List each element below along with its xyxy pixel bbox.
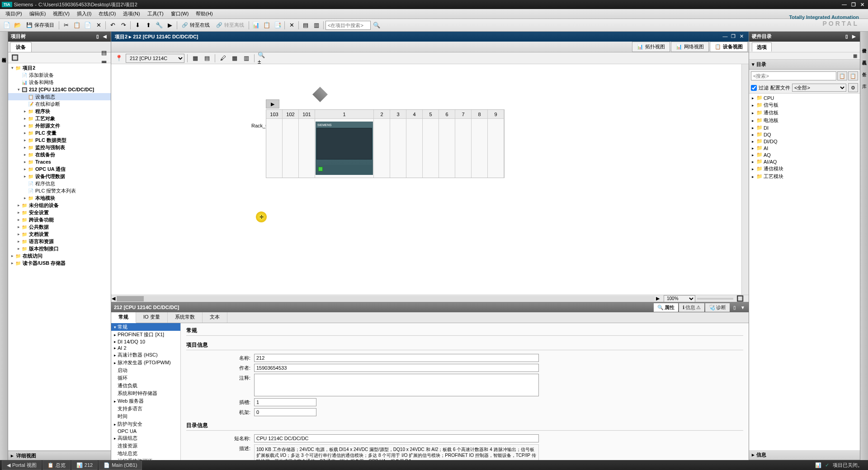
- props-nav-item[interactable]: ▸高速计数器 (HSC): [111, 351, 180, 359]
- tree-node[interactable]: 📄添加新设备: [8, 71, 111, 79]
- save-project-button[interactable]: 💾 保存项目: [24, 22, 57, 28]
- doc-close-icon[interactable]: ✕: [738, 33, 745, 40]
- props-nav-item[interactable]: 时间: [111, 413, 180, 420]
- htab-info[interactable]: ℹ 信息 ⚠: [679, 303, 704, 312]
- props-nav-item[interactable]: ▸高级组态: [111, 434, 180, 442]
- status-device[interactable]: 📊 212: [71, 461, 98, 470]
- props-main-tab[interactable]: 系统常数: [168, 312, 203, 323]
- props-nav-item[interactable]: ▸AI 2: [111, 345, 180, 351]
- paste-icon[interactable]: 📄: [83, 20, 93, 30]
- tree-node[interactable]: ▸📁语言和资源: [8, 238, 111, 245]
- hw-info-section[interactable]: ▸ 信息: [749, 450, 860, 460]
- status-main[interactable]: 📄 Main (OB1): [99, 461, 142, 470]
- rack-slot-body[interactable]: [406, 119, 423, 178]
- rack-slot-body[interactable]: [390, 119, 406, 178]
- vtab-online-tools[interactable]: 在线工具: [860, 52, 868, 61]
- layout-icon-2[interactable]: ▥: [311, 20, 321, 30]
- tree-node[interactable]: ▸📁安全设置: [8, 209, 111, 216]
- go-offline-button[interactable]: 🔗 转至离线: [213, 22, 247, 28]
- hw-tree[interactable]: ▸📁CPU▸📁信号板▸📁通信板▸📁电池板▸📁DI▸📁DQ▸📁DI/DQ▸📁AI▸…: [749, 94, 860, 450]
- tree-node[interactable]: 📄PLC 报警文本列表: [8, 187, 111, 194]
- hw-category-node[interactable]: ▸📁DQ: [750, 131, 859, 138]
- props-nav-item[interactable]: 地址总览: [111, 450, 180, 457]
- scroll-left-icon[interactable]: ◀: [111, 296, 116, 301]
- tree-node[interactable]: 📊设备和网络: [8, 79, 111, 86]
- project-search-input[interactable]: [326, 21, 371, 30]
- props-nav-item[interactable]: 循环: [111, 374, 180, 382]
- menu-item[interactable]: 编辑(E): [26, 9, 50, 18]
- tree-expand-icon[interactable]: 🔲: [10, 53, 20, 63]
- props-nav-item[interactable]: 连接资源: [111, 442, 180, 450]
- rack-slot-body[interactable]: [299, 119, 315, 178]
- props-nav-item[interactable]: 启动: [111, 367, 180, 374]
- tree-node[interactable]: ▸📁PLC 变量: [8, 129, 111, 136]
- props-nav-item[interactable]: 支持多语言: [111, 405, 180, 413]
- menu-item[interactable]: 工具(T): [144, 9, 167, 18]
- rack-grid[interactable]: 103102101123456789 SIEMENS: [266, 109, 505, 178]
- tree-node[interactable]: ▸📁在线访问: [8, 252, 111, 259]
- rack-slot-body[interactable]: [283, 119, 299, 178]
- tree-node[interactable]: ▾📁项目2: [8, 64, 111, 71]
- hw-opt-icon[interactable]: ▦: [852, 52, 858, 59]
- tree-node[interactable]: ▾🔲212 [CPU 1214C DC/DC/DC]: [8, 86, 111, 93]
- rack-slot-body[interactable]: [374, 119, 390, 178]
- props-down-icon[interactable]: ▼: [740, 304, 746, 310]
- htab-diagnostics[interactable]: 🩺 诊断: [705, 303, 730, 312]
- device-select[interactable]: 212 [CPU 1214C: [126, 54, 184, 63]
- scrollbar-h[interactable]: [117, 296, 655, 301]
- rack-slot-body[interactable]: [266, 119, 283, 178]
- tree-node[interactable]: ▸📁未分组的设备: [8, 202, 111, 209]
- tree-node[interactable]: ▸📁文档设置: [8, 230, 111, 238]
- menu-item[interactable]: 选项(N): [119, 9, 143, 18]
- rack-slot-body[interactable]: [472, 119, 488, 178]
- hw-category-node[interactable]: ▸📁信号板: [750, 101, 859, 109]
- vtab-tasks[interactable]: 任务: [860, 64, 868, 73]
- zoom-fit-icon[interactable]: 🔍±: [257, 53, 267, 63]
- tree-node[interactable]: ▸📁读卡器/USB 存储器: [8, 259, 111, 267]
- go-online-button[interactable]: 🔗 转至在线: [179, 22, 212, 28]
- tree-node[interactable]: ▸📁程序块: [8, 108, 111, 115]
- doc-maximize-icon[interactable]: ❐: [730, 33, 737, 40]
- input-slot[interactable]: [254, 398, 316, 406]
- tree-node[interactable]: ▸📁工艺对象: [8, 115, 111, 122]
- props-main-tab[interactable]: IO 变量: [136, 312, 168, 323]
- menu-item[interactable]: 视图(V): [49, 9, 73, 18]
- vtab-devices-networks[interactable]: 设备与网络: [0, 50, 8, 59]
- search-go-icon[interactable]: 🔍: [372, 20, 382, 30]
- download-icon[interactable]: ⬇: [132, 20, 142, 30]
- hw-category-node[interactable]: ▸📁CPU: [750, 94, 859, 101]
- rack-slot-body[interactable]: [455, 119, 472, 178]
- simulate-icon[interactable]: ▶: [165, 20, 175, 30]
- layout-icon-1[interactable]: ▤: [301, 20, 311, 30]
- dt-icon-4[interactable]: ▦: [230, 53, 240, 63]
- dt-icon-2[interactable]: ▤: [202, 53, 212, 63]
- cut-icon[interactable]: ✂: [61, 20, 71, 30]
- input-rack[interactable]: [254, 408, 316, 416]
- tree-node[interactable]: ▸📁公共数据: [8, 223, 111, 230]
- tree-node[interactable]: ▸📁跨设备功能: [8, 216, 111, 223]
- copy-icon[interactable]: 📋: [72, 20, 82, 30]
- tree-node[interactable]: ▸📁Traces: [8, 158, 111, 165]
- tb-icon-3[interactable]: 📑: [273, 20, 283, 30]
- scroll-right-icon[interactable]: ▶: [656, 296, 660, 301]
- props-nav-item[interactable]: OPC UA: [111, 428, 180, 434]
- canvas-scrollbar-v[interactable]: [741, 64, 749, 295]
- props-nav-item[interactable]: ▸DI 14/DQ 10: [111, 338, 180, 345]
- tree-node[interactable]: ▸📁在线备份: [8, 151, 111, 158]
- maximize-button[interactable]: ❐: [849, 2, 858, 8]
- status-overview[interactable]: 📋 总览: [42, 461, 71, 470]
- hw-category-node[interactable]: ▸📁AQ: [750, 151, 859, 158]
- device-3d-icon[interactable]: [312, 87, 328, 102]
- dt-icon-1[interactable]: ▦: [190, 53, 200, 63]
- device-nav-icon[interactable]: 📍: [114, 53, 124, 63]
- tb-icon-2[interactable]: 📋: [262, 20, 272, 30]
- collapse-icon[interactable]: ▯: [94, 33, 101, 40]
- tab-devices[interactable]: 设备: [10, 42, 32, 52]
- menu-item[interactable]: 在线(O): [95, 9, 119, 18]
- doc-minimize-icon[interactable]: —: [722, 33, 729, 40]
- tree-node[interactable]: 📋设备组态: [8, 93, 111, 100]
- rack-slot-body[interactable]: [439, 119, 455, 178]
- tree-node[interactable]: ▸📁OPC UA 通信: [8, 165, 111, 173]
- rack-slot-body[interactable]: SIEMENS: [315, 119, 374, 178]
- hw-profile-select[interactable]: <全部>: [792, 84, 846, 92]
